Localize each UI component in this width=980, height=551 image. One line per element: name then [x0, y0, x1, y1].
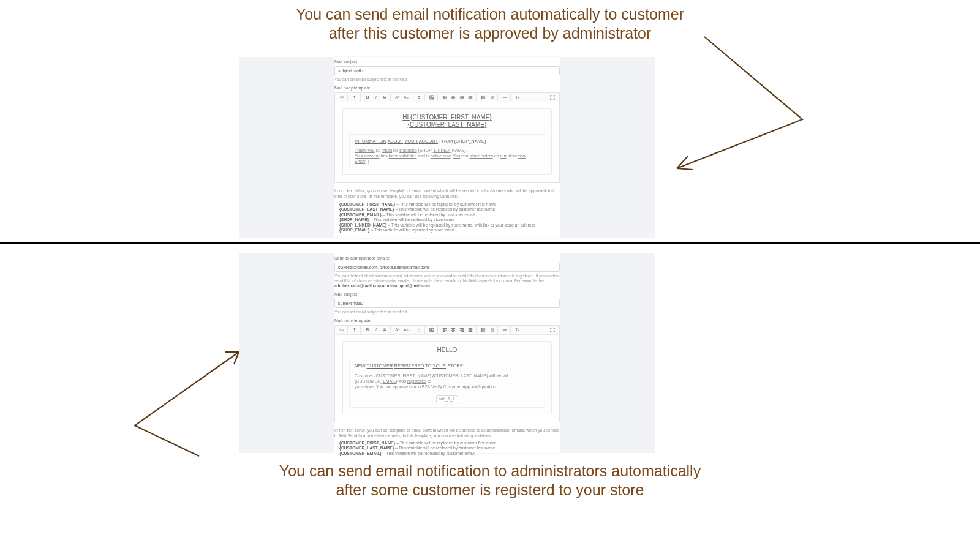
align-right-icon[interactable] [458, 94, 466, 101]
email-section-2: NEW CUSTOMER REGISTERED TO YOUR STORE Cu… [349, 359, 545, 407]
var-line: {CUSTOMER_EMAIL} – This variable will be… [339, 212, 560, 217]
email-greeting-2: HELLO [349, 347, 545, 354]
mail-subject-label-2: Mail subject [334, 292, 560, 298]
hr-icon[interactable] [497, 326, 509, 334]
mail-subject-help-2: You can set email subject text in this f… [334, 310, 560, 315]
subscript-icon[interactable]: Aₐ [402, 326, 410, 334]
image-icon[interactable] [424, 94, 436, 101]
align-right-icon[interactable] [458, 326, 466, 334]
editor-toolbar: <> ¶ B I S Aᵃ Aₐ Tₓ [334, 92, 560, 102]
hr-icon[interactable] [497, 94, 509, 101]
clear-format-icon[interactable]: Tₓ [510, 326, 522, 334]
tab-pill-wrap: tab_1_2 [355, 393, 540, 403]
var-line: {SHOP_NAME} – This variable will be repl… [339, 217, 560, 222]
top-caption-line2: after this customer is approved by admin… [0, 24, 980, 43]
arrow-top-right [652, 34, 812, 174]
panel-1-right-gutter [560, 57, 655, 238]
superscript-icon[interactable]: Aᵃ [390, 326, 402, 334]
fullscreen-icon[interactable] [548, 326, 557, 334]
customer-email-panel: Mail subject You can set email subject t… [334, 57, 560, 238]
svg-point-9 [481, 331, 482, 331]
link-icon[interactable] [412, 94, 423, 101]
top-caption-line1: You can send email notification automati… [0, 5, 980, 24]
panel-2-left-gutter [239, 253, 334, 453]
mail-body-label: Mail body template [334, 86, 560, 91]
var-line: {CUSTOMER_LAST_NAME} – This variable wil… [339, 446, 560, 451]
paragraph-icon[interactable]: ¶ [347, 326, 359, 334]
editor-toolbar-2: <> ¶ B I S Aᵃ Aₐ Tₓ [334, 325, 560, 335]
paragraph-icon[interactable]: ¶ [347, 94, 359, 101]
var-line: {CUSTOMER_FIRST_NAME} – This variable wi… [339, 441, 560, 446]
italic-icon[interactable]: I [372, 326, 380, 334]
mail-body-label-2: Mail body template [334, 318, 560, 324]
tab-pill[interactable]: tab_1_2 [436, 395, 458, 403]
email-section-body-2: Customer {CUSTOMER_FIRST_NAME} {CUSTOMER… [355, 373, 540, 389]
align-center-icon[interactable] [449, 94, 458, 101]
code-view-icon[interactable]: <> [337, 94, 346, 101]
italic-icon[interactable]: I [372, 94, 380, 101]
editor-description: In rich text editor, you can set templat… [334, 188, 560, 199]
image-icon[interactable] [424, 326, 436, 334]
admin-email-panel: Send to administrator emails: You can de… [334, 253, 560, 453]
email-preview-card: HI {CUSTOMER_FIRST_NAME} {CUSTOMER_LAST_… [342, 108, 552, 176]
ul-icon[interactable] [476, 326, 488, 334]
variables-list: {CUSTOMER_FIRST_NAME} – This variable wi… [339, 202, 560, 233]
svg-point-8 [481, 329, 482, 330]
mail-subject-label: Mail subject [334, 59, 560, 65]
bottom-caption: You can send email notification to admin… [0, 458, 980, 500]
var-line: {CUSTOMER_LAST_NAME} – This variable wil… [339, 207, 560, 212]
mail-subject-input[interactable] [334, 66, 560, 75]
bold-icon[interactable]: B [360, 94, 372, 101]
bold-icon[interactable]: B [360, 326, 372, 334]
bottom-caption-line2: after some customer is registerd to your… [0, 481, 980, 500]
clear-format-icon[interactable]: Tₓ [510, 94, 522, 101]
panel-2-right-gutter [560, 253, 655, 453]
email-section: INFORMATION ABOUT YOUR ACCOUT FROM {SHOP… [349, 134, 545, 169]
email-section-body: Thank you so much for shopping {SHOP_LIN… [355, 148, 540, 164]
var-line: {SHOP_EMAIL} – This variable will be rep… [339, 228, 560, 233]
superscript-icon[interactable]: Aᵃ [390, 94, 402, 101]
mail-subject-input-2[interactable] [334, 299, 560, 308]
subscript-icon[interactable]: Aₐ [402, 94, 410, 101]
var-line: {SHOP_LINKED_NAME} – This variable will … [339, 223, 560, 228]
fullscreen-icon[interactable] [548, 94, 557, 101]
bottom-caption-line1: You can send email notification to admin… [0, 462, 980, 481]
var-line: {CUSTOMER_EMAIL} – This variable will be… [339, 451, 560, 456]
email-section-head: INFORMATION ABOUT YOUR ACCOUT FROM {SHOP… [355, 138, 540, 144]
section-divider [0, 242, 980, 244]
strike-icon[interactable]: S [380, 94, 389, 101]
ol-icon[interactable] [488, 326, 496, 334]
admin-emails-label: Send to administrator emails: [334, 256, 560, 261]
align-center-icon[interactable] [449, 326, 458, 334]
strike-icon[interactable]: S [380, 326, 389, 334]
align-justify-icon[interactable] [466, 94, 475, 101]
email-section-head-2: NEW CUSTOMER REGISTERED TO YOUR STORE [355, 363, 540, 369]
variables-list-2: {CUSTOMER_FIRST_NAME} – This variable wi… [339, 441, 560, 456]
align-left-icon[interactable] [437, 94, 449, 101]
page-root: You can send email notification automati… [0, 0, 980, 551]
svg-point-7 [481, 328, 482, 329]
ul-icon[interactable] [476, 94, 488, 101]
mail-subject-help: You can set email subject text in this f… [334, 77, 560, 82]
svg-point-4 [481, 98, 482, 99]
admin-emails-help: You can defined all administrator email … [334, 274, 560, 288]
svg-point-2 [481, 96, 482, 96]
align-left-icon[interactable] [437, 326, 449, 334]
panel-1-left-gutter [239, 57, 334, 238]
editor-body[interactable]: HI {CUSTOMER_FIRST_NAME} {CUSTOMER_LAST_… [334, 102, 560, 184]
svg-point-3 [481, 97, 482, 97]
top-caption: You can send email notification automati… [0, 0, 980, 47]
code-view-icon[interactable]: <> [337, 326, 346, 334]
email-preview-card-2: HELLO NEW CUSTOMER REGISTERED TO YOUR ST… [342, 341, 552, 414]
var-line: {CUSTOMER_FIRST_NAME} – This variable wi… [339, 202, 560, 207]
arrow-bottom-left [116, 340, 251, 462]
editor-body-2[interactable]: HELLO NEW CUSTOMER REGISTERED TO YOUR ST… [334, 335, 560, 422]
editor-description-2: In rich text editor, you can set templat… [334, 427, 560, 438]
admin-emails-input[interactable] [334, 263, 560, 272]
link-icon[interactable] [412, 326, 423, 334]
email-greeting: HI {CUSTOMER_FIRST_NAME} {CUSTOMER_LAST_… [349, 114, 545, 129]
ol-icon[interactable] [488, 94, 496, 101]
align-justify-icon[interactable] [466, 326, 475, 334]
